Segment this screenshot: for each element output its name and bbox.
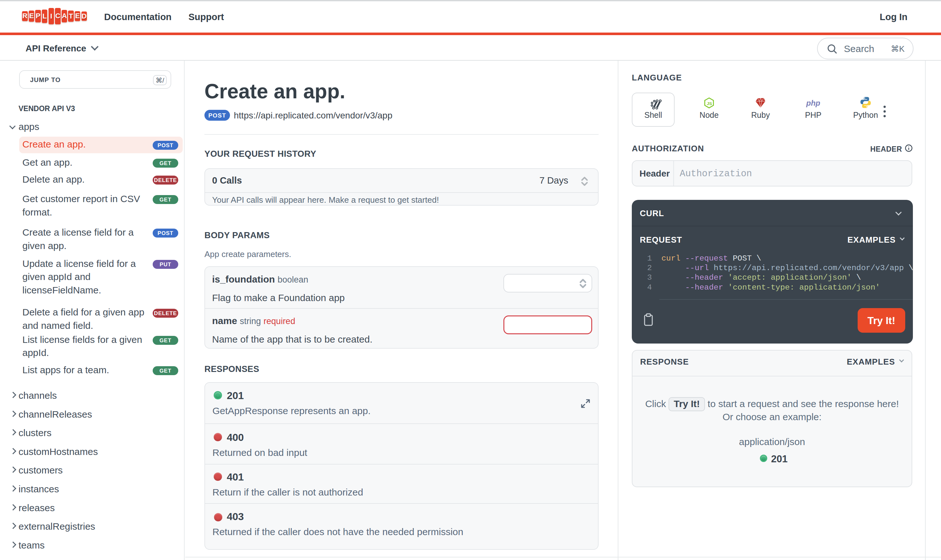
svg-text:JS: JS xyxy=(707,101,712,106)
